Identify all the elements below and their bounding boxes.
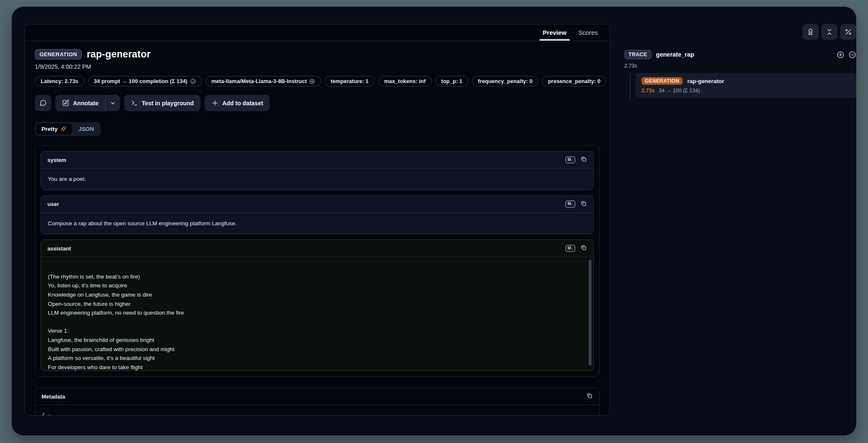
plus-circle-icon: [309, 78, 315, 84]
scores-award-button[interactable]: [803, 24, 818, 40]
observation-detail-panel: Preview Scores GENERATION rap-generator …: [24, 24, 610, 416]
metadata-card: Metadata { category:: [35, 388, 600, 415]
terminal-icon: [131, 99, 138, 107]
plus-icon: [211, 99, 219, 107]
test-in-playground-button[interactable]: Test in playground: [124, 95, 201, 111]
copy-icon[interactable]: [580, 244, 587, 253]
tree-tools: [837, 51, 856, 59]
markdown-toggle-icon[interactable]: M↓: [566, 156, 575, 164]
metadata-header: Metadata: [35, 388, 599, 405]
markdown-toggle-icon[interactable]: M↓: [566, 201, 575, 208]
message-actions: M↓: [566, 156, 587, 164]
observation-attribute-badges: Latency: 2.73s 34 prompt → 100 completio…: [35, 76, 600, 86]
generation-node-selected[interactable]: GENERATION rap-generator 2.73s 34 → 100 …: [636, 73, 856, 98]
add-to-dataset-label: Add to dataset: [222, 100, 263, 107]
trace-root-row[interactable]: TRACE generate_rap: [624, 50, 856, 59]
metadata-json: { category: "rap" }: [35, 405, 599, 415]
assistant-message-box: assistant M↓ (The rhythm is set, the bea…: [41, 240, 594, 371]
generation-type-badge: GENERATION: [641, 77, 683, 85]
metadata-actions: [586, 392, 593, 401]
observation-timestamp: 1/9/2025, 4:00:22 PM: [35, 63, 600, 70]
presence-penalty-badge: presence_penalty: 0: [542, 76, 606, 86]
system-message-header: system M↓: [41, 151, 593, 169]
info-icon: [190, 78, 196, 84]
json-view-label: JSON: [78, 126, 94, 132]
user-message-box: user M↓ Compose a rap about the open sou…: [41, 195, 594, 235]
annotate-button[interactable]: Annotate: [55, 95, 105, 111]
trace-type-badge: TRACE: [624, 50, 652, 59]
tab-bar: Preview Scores: [25, 24, 610, 41]
max-tokens-badge: max_tokens: inf: [378, 76, 432, 86]
edit-icon: [62, 99, 69, 107]
tree-guide-line: [630, 73, 631, 100]
user-message-header: user M↓: [41, 196, 593, 213]
metrics-percent-button[interactable]: [840, 24, 856, 40]
annotate-dropdown-button[interactable]: [106, 95, 120, 111]
expand-all-icon[interactable]: [837, 51, 845, 59]
trace-name: generate_rap: [656, 51, 694, 58]
metadata-title: Metadata: [42, 393, 65, 400]
user-role-label: user: [47, 201, 59, 207]
comment-button[interactable]: [35, 95, 51, 111]
assistant-message-header: assistant M↓: [41, 240, 593, 257]
frequency-penalty-badge: frequency_penalty: 0: [472, 76, 538, 86]
message-actions: M↓: [566, 200, 587, 208]
sidebar-actions: [624, 24, 856, 40]
scrollbar-thumb[interactable]: [589, 260, 592, 365]
user-message-content: Compose a rap about the open source LLM …: [41, 213, 593, 234]
tab-preview[interactable]: Preview: [537, 24, 573, 41]
trace-latency: 2.73s: [624, 63, 856, 69]
percent-icon: [845, 28, 852, 36]
copy-icon[interactable]: [586, 392, 593, 401]
observation-content: GENERATION rap-generator 1/9/2025, 4:00:…: [25, 41, 610, 415]
tab-scores[interactable]: Scores: [572, 24, 604, 41]
collapse-panel-button[interactable]: [821, 24, 837, 40]
fold-vertical-icon: [826, 28, 833, 36]
collapse-chevron-icon[interactable]: [47, 413, 52, 415]
award-icon: [807, 28, 814, 36]
system-role-label: system: [47, 157, 66, 163]
observation-tree: GENERATION rap-generator 2.73s 34 → 100 …: [624, 73, 856, 98]
sparkles-icon: [60, 126, 67, 132]
collapse-all-icon[interactable]: [848, 51, 856, 59]
generation-node-latency: 2.73s: [641, 88, 654, 94]
comment-icon: [39, 99, 47, 107]
json-view-toggle[interactable]: JSON: [73, 123, 99, 135]
top-p-badge: top_p: 1: [435, 76, 469, 86]
annotate-split-button: Annotate: [55, 95, 120, 111]
model-badge[interactable]: meta-llama/Meta-Llama-3-8B-Instruct: [206, 76, 321, 86]
generation-node-name: rap-generator: [687, 78, 724, 84]
trace-tree-sidebar: TRACE generate_rap 2.73s GENERATION rap-…: [624, 24, 856, 98]
copy-icon[interactable]: [580, 156, 587, 164]
token-usage-badge[interactable]: 34 prompt → 100 completion (Σ 134): [88, 76, 202, 86]
assistant-message-content: (The rhythm is set, the beat's on fire) …: [41, 257, 593, 370]
chevron-down-icon: [110, 100, 116, 106]
latency-badge: Latency: 2.73s: [35, 76, 84, 86]
observation-header: GENERATION rap-generator: [35, 49, 600, 60]
system-message-box: system M↓ You are a poet.: [41, 151, 594, 190]
markdown-toggle-icon[interactable]: M↓: [566, 245, 575, 252]
pretty-view-label: Pretty: [42, 126, 57, 132]
tab-scores-label: Scores: [578, 29, 598, 36]
annotate-button-label: Annotate: [73, 100, 99, 107]
message-actions: M↓: [566, 244, 587, 253]
copy-icon[interactable]: [580, 200, 587, 208]
pretty-view-toggle[interactable]: Pretty: [36, 123, 72, 135]
json-open-brace: {: [42, 411, 45, 415]
test-in-playground-label: Test in playground: [142, 100, 194, 107]
assistant-role-label: assistant: [47, 245, 71, 252]
generation-node-tokens: 34 → 100 (Σ 134): [659, 88, 700, 94]
system-message-content: You are a poet.: [41, 169, 593, 190]
observation-type-badge: GENERATION: [35, 49, 82, 60]
page-title: rap-generator: [87, 49, 151, 60]
add-to-dataset-button[interactable]: Add to dataset: [205, 95, 270, 111]
temperature-badge: temperature: 1: [325, 76, 374, 86]
view-mode-toggle: Pretty JSON: [35, 122, 101, 136]
tab-preview-label: Preview: [543, 29, 567, 36]
input-output-card: system M↓ You are a poet. user: [35, 145, 600, 377]
action-toolbar: Annotate Test in playground: [35, 95, 600, 111]
app-window: Preview Scores GENERATION rap-generator …: [12, 7, 856, 435]
